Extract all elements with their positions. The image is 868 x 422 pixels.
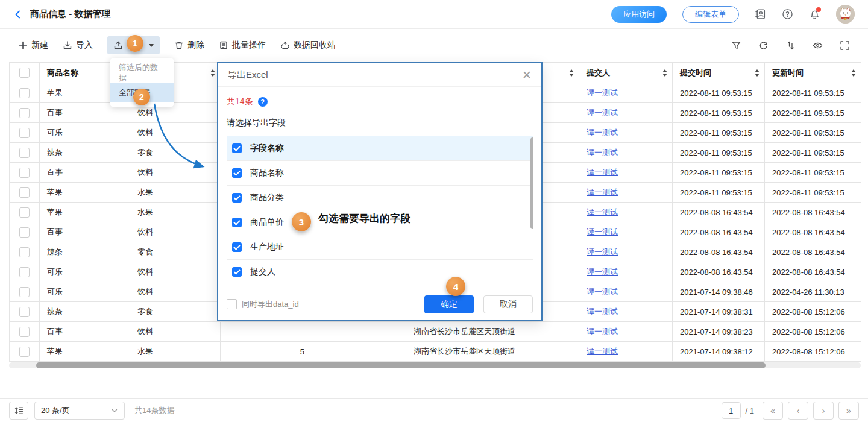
back-button[interactable] — [13, 10, 23, 19]
app-access-button[interactable]: 应用访问 — [611, 6, 667, 23]
row-checkbox[interactable] — [19, 307, 30, 317]
new-record-button[interactable]: 新建 — [18, 40, 48, 51]
help-icon[interactable] — [782, 8, 793, 20]
row-checkbox[interactable] — [19, 108, 30, 118]
data-id-checkbox[interactable] — [227, 299, 237, 309]
edit-form-button[interactable]: 编辑表单 — [682, 6, 739, 23]
delete-button[interactable]: 删除 — [174, 40, 204, 51]
column-header-submit-time[interactable]: 提交时间 — [673, 63, 765, 83]
row-checkbox[interactable] — [19, 148, 30, 158]
cell-submitter: 谭一测试 — [579, 183, 673, 203]
bell-icon[interactable] — [809, 8, 820, 20]
submitter-link[interactable]: 谭一测试 — [587, 88, 618, 97]
page-size-select[interactable]: 20 条/页 — [34, 402, 125, 420]
toolbar-item-label: 数据回收站 — [294, 40, 336, 51]
cancel-button[interactable]: 取消 — [483, 295, 533, 313]
row-checkbox[interactable] — [19, 187, 30, 198]
row-checkbox[interactable] — [19, 247, 30, 257]
refresh-icon[interactable] — [758, 40, 769, 51]
cell-update-time: 2022-04-26 11:30:13 — [765, 282, 861, 302]
sort-icon[interactable] — [662, 69, 667, 77]
filter-icon[interactable] — [731, 40, 741, 51]
submitter-link[interactable]: 谭一测试 — [587, 128, 618, 137]
step-badge-2: 2 — [133, 89, 150, 106]
step-badge-4: 4 — [446, 277, 465, 296]
sort-icon[interactable] — [851, 69, 856, 77]
checkbox-checked-icon[interactable] — [232, 193, 242, 203]
submitter-link[interactable]: 谭一测试 — [587, 168, 618, 177]
row-checkbox[interactable] — [19, 347, 30, 357]
help-circle-icon[interactable]: ? — [258, 97, 268, 107]
row-checkbox[interactable] — [19, 227, 30, 238]
row-checkbox[interactable] — [19, 88, 30, 98]
field-row[interactable]: 商品分类 — [227, 186, 533, 210]
column-header-submitter[interactable]: 提交人 — [579, 63, 673, 83]
field-label: 商品名称 — [250, 168, 284, 178]
submitter-link[interactable]: 谭一测试 — [587, 267, 618, 276]
table-row: 苹果水果5湖南省长沙市岳麓区天顶街道谭一测试2021-07-14 09:38:1… — [10, 342, 861, 362]
batch-operation-button[interactable]: 批量操作 — [219, 40, 266, 51]
cell-extra — [312, 322, 406, 342]
cell-submit-time: 2022-08-08 16:43:54 — [673, 262, 765, 282]
row-checkbox[interactable] — [19, 267, 30, 277]
row-checkbox[interactable] — [19, 207, 30, 218]
expand-icon[interactable] — [840, 40, 850, 51]
row-checkbox[interactable] — [19, 287, 30, 297]
dialog-scrollbar-thumb[interactable] — [530, 137, 533, 229]
sort-icon[interactable] — [569, 69, 574, 77]
checkbox-checked-icon[interactable] — [232, 267, 242, 277]
row-checkbox[interactable] — [19, 168, 30, 178]
menu-item-filtered-data[interactable]: 筛选后的数据 — [110, 63, 174, 83]
row-checkbox[interactable] — [19, 128, 30, 138]
avatar[interactable] — [836, 5, 855, 24]
close-icon[interactable]: ✕ — [522, 69, 532, 81]
field-row[interactable]: 提交人 — [227, 260, 533, 281]
confirm-button[interactable]: 确定 — [424, 295, 474, 313]
submitter-link[interactable]: 谭一测试 — [587, 287, 618, 296]
recycle-bin-button[interactable]: 数据回收站 — [280, 40, 336, 51]
eye-icon[interactable] — [813, 40, 823, 51]
field-row[interactable]: 字段名称 — [227, 136, 533, 161]
select-all-checkbox[interactable] — [19, 68, 30, 78]
column-header-update-time[interactable]: 更新时间 — [765, 63, 861, 83]
submitter-link[interactable]: 谭一测试 — [587, 327, 618, 336]
submitter-link[interactable]: 谭一测试 — [587, 148, 618, 157]
next-page-button[interactable]: › — [813, 402, 834, 420]
contacts-icon[interactable] — [755, 8, 766, 20]
row-checkbox[interactable] — [19, 327, 30, 337]
sort-icon[interactable] — [755, 69, 760, 77]
checkbox-checked-icon[interactable] — [232, 218, 242, 227]
chevron-down-icon — [111, 407, 118, 414]
checkbox-checked-icon[interactable] — [232, 143, 242, 153]
submitter-link[interactable]: 谭一测试 — [587, 347, 618, 356]
row-height-button[interactable] — [9, 402, 28, 420]
cell-submitter: 谭一测试 — [579, 222, 673, 242]
cell-update-time: 2022-08-11 09:53:15 — [765, 83, 861, 103]
cell-submit-time: 2022-08-11 09:53:15 — [673, 83, 765, 103]
cell-product-name: 苹果 — [40, 342, 130, 362]
submitter-link[interactable]: 谭一测试 — [587, 227, 618, 236]
submitter-link[interactable]: 谭一测试 — [587, 247, 618, 256]
checkbox-checked-icon[interactable] — [232, 168, 242, 178]
sort-icon[interactable] — [785, 40, 796, 51]
sort-icon[interactable] — [210, 69, 215, 77]
field-row[interactable]: 生产地址 — [227, 235, 533, 260]
prev-page-button[interactable]: ‹ — [788, 402, 808, 420]
import-button[interactable]: 导入 — [63, 40, 93, 51]
submitter-link[interactable]: 谭一测试 — [587, 307, 618, 316]
first-page-button[interactable]: « — [763, 402, 783, 420]
checkbox-checked-icon[interactable] — [232, 242, 242, 252]
cell-submit-time: 2022-08-11 09:53:15 — [673, 143, 765, 163]
avatar-cat-image — [836, 5, 855, 24]
cell-update-time: 2022-08-11 09:53:15 — [765, 103, 861, 123]
trash-icon — [174, 40, 184, 50]
horizontal-scrollbar-thumb[interactable] — [36, 362, 766, 368]
last-page-button[interactable]: » — [838, 402, 859, 420]
current-page-input[interactable]: 1 — [722, 402, 741, 419]
cell-category: 饮料 — [130, 123, 221, 143]
submitter-link[interactable]: 谭一测试 — [587, 207, 618, 216]
submitter-link[interactable]: 谭一测试 — [587, 187, 618, 197]
cell-category: 水果 — [130, 203, 221, 222]
field-row[interactable]: 商品名称 — [227, 161, 533, 186]
submitter-link[interactable]: 谭一测试 — [587, 108, 618, 117]
